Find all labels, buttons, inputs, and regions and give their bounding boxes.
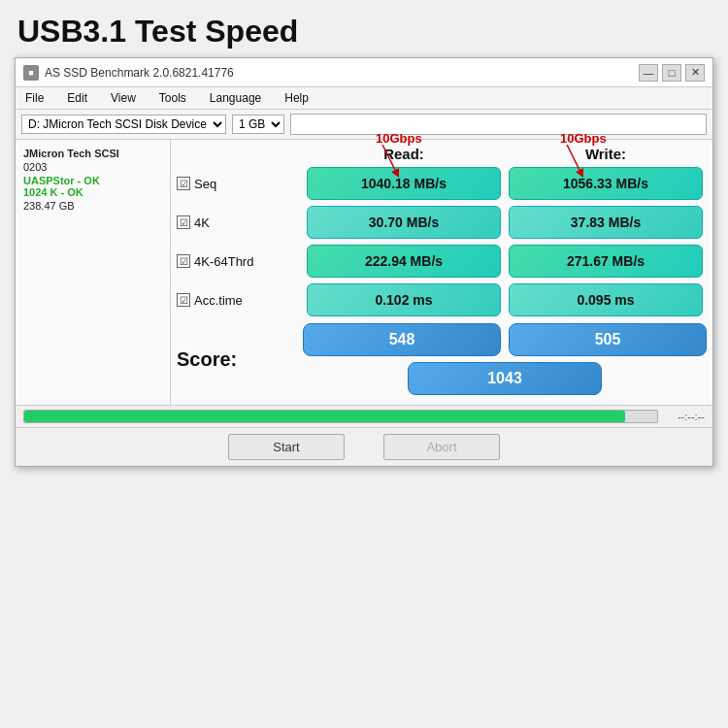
score-read-cell: 548 <box>303 323 501 356</box>
results-header: Read: Write: <box>177 146 707 162</box>
size-select[interactable]: 1 GB <box>232 115 284 134</box>
bottom-bar: Start Abort <box>16 427 712 466</box>
results-panel: Read: Write: 10Gbps <box>171 140 712 405</box>
bench-label-seq: ☑ Seq <box>177 177 303 191</box>
window-title: AS SSD Benchmark 2.0.6821.41776 <box>45 66 234 80</box>
checkbox-4k[interactable]: ☑ <box>177 215 190 229</box>
disk-size: 238.47 GB <box>23 200 162 212</box>
seq-read-cell: 1040.18 MB/s <box>307 167 501 200</box>
score-total-cell: 1043 <box>408 362 602 395</box>
write-header: Write: <box>505 146 707 162</box>
score-write-cell: 505 <box>509 323 707 356</box>
progress-bar-inner <box>24 411 625 422</box>
disk-select[interactable]: D: JMicron Tech SCSI Disk Device <box>21 115 226 134</box>
4k64thrd-read-cell: 222.94 MB/s <box>307 245 501 278</box>
device-name: JMicron Tech SCSI <box>23 148 162 159</box>
4k64thrd-write-cell: 271.67 MB/s <box>509 245 703 278</box>
device-id: 0203 <box>23 161 162 173</box>
menu-bar: File Edit View Tools Language Help <box>16 87 712 110</box>
output-field[interactable] <box>290 114 707 135</box>
menu-edit[interactable]: Edit <box>61 89 93 107</box>
score-total-row: 1043 <box>303 362 707 395</box>
progress-time: --:--:-- <box>666 411 705 422</box>
score-label: Score: <box>177 348 303 371</box>
bench-row-seq: ☑ Seq 1040.18 MB/s 1056.33 MB/s <box>177 166 707 201</box>
checkbox-4k64thrd[interactable]: ☑ <box>177 254 190 268</box>
menu-tools[interactable]: Tools <box>153 89 192 107</box>
acctime-write-cell: 0.095 ms <box>509 283 703 316</box>
bench-row-4k64thrd: ☑ 4K-64Thrd 222.94 MB/s 271.67 MB/s <box>177 244 707 279</box>
checkbox-acctime[interactable]: ☑ <box>177 293 190 307</box>
toolbar: D: JMicron Tech SCSI Disk Device 1 GB <box>16 110 712 140</box>
uasp-status: UASPStor - OK <box>23 175 162 186</box>
menu-view[interactable]: View <box>105 89 142 107</box>
menu-help[interactable]: Help <box>279 89 314 107</box>
score-top-row: 548 505 <box>303 323 707 356</box>
title-bar-left: ■ AS SSD Benchmark 2.0.6821.41776 <box>23 65 234 81</box>
close-button[interactable]: ✕ <box>685 64 705 82</box>
acctime-read-cell: 0.102 ms <box>307 283 501 316</box>
bench-row-acctime: ☑ Acc.time 0.102 ms 0.095 ms <box>177 282 707 317</box>
read-header: Read: <box>303 146 505 162</box>
bench-label-4k64thrd: ☑ 4K-64Thrd <box>177 254 303 269</box>
abort-button[interactable]: Abort <box>383 434 500 460</box>
maximize-button[interactable]: □ <box>662 64 681 82</box>
menu-language[interactable]: Language <box>204 89 267 107</box>
page-title: USB3.1 Test Speed <box>10 10 718 57</box>
app-icon: ■ <box>23 65 39 81</box>
cache-status: 1024 K - OK <box>23 186 162 198</box>
progress-bar-outer <box>23 410 658 423</box>
app-window: ■ AS SSD Benchmark 2.0.6821.41776 — □ ✕ … <box>15 57 713 467</box>
4k-write-cell: 37.83 MB/s <box>509 206 703 239</box>
seq-write-cell: 1056.33 MB/s <box>509 167 703 200</box>
minimize-button[interactable]: — <box>639 64 658 82</box>
menu-file[interactable]: File <box>19 89 50 107</box>
info-panel: JMicron Tech SCSI 0203 UASPStor - OK 102… <box>16 140 171 405</box>
bench-label-acctime: ☑ Acc.time <box>177 293 303 308</box>
score-cells: 548 505 1043 <box>303 323 707 395</box>
4k-read-cell: 30.70 MB/s <box>307 206 501 239</box>
score-section: Score: 548 505 1043 <box>177 323 707 395</box>
start-button[interactable]: Start <box>228 434 345 460</box>
title-bar-controls: — □ ✕ <box>639 64 705 82</box>
bench-row-4k: ☑ 4K 30.70 MB/s 37.83 MB/s <box>177 205 707 240</box>
bench-label-4k: ☑ 4K <box>177 215 303 230</box>
main-content: JMicron Tech SCSI 0203 UASPStor - OK 102… <box>16 140 712 405</box>
title-bar: ■ AS SSD Benchmark 2.0.6821.41776 — □ ✕ <box>16 58 712 87</box>
checkbox-seq[interactable]: ☑ <box>177 177 190 190</box>
progress-area: --:--:-- <box>16 405 712 427</box>
